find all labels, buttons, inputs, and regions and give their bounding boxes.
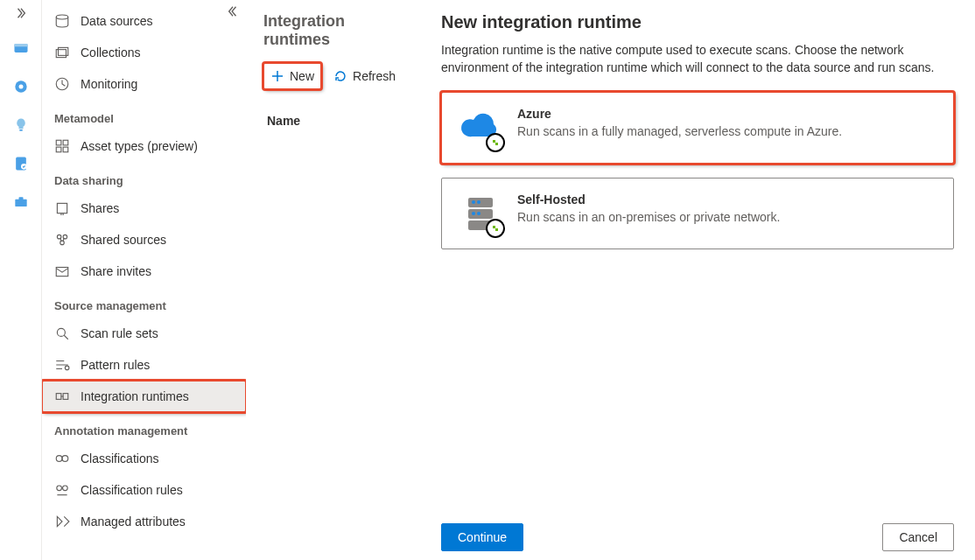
svg-point-22 bbox=[57, 328, 65, 336]
plus-icon bbox=[270, 69, 284, 83]
svg-point-34 bbox=[477, 200, 480, 204]
nav-asset-types[interactable]: Asset types (preview) bbox=[42, 130, 246, 162]
scan-rules-icon bbox=[54, 326, 70, 341]
server-icon bbox=[459, 192, 502, 234]
svg-point-20 bbox=[60, 241, 65, 245]
svg-rect-14 bbox=[63, 140, 68, 145]
option-azure[interactable]: Azure Run scans in a fully managed, serv… bbox=[441, 92, 954, 164]
nav-label: Collections bbox=[81, 46, 140, 60]
svg-point-28 bbox=[57, 486, 62, 491]
ribbon-insights[interactable] bbox=[7, 111, 35, 139]
svg-point-33 bbox=[472, 200, 475, 204]
cancel-button[interactable]: Cancel bbox=[882, 523, 954, 551]
classification-rules-icon bbox=[54, 482, 70, 498]
runtime-badge-icon bbox=[486, 219, 505, 238]
ribbon-data-catalog[interactable] bbox=[7, 73, 35, 101]
svg-point-27 bbox=[62, 456, 68, 462]
option-desc: Run scans in an on-premises or private n… bbox=[517, 210, 780, 224]
pattern-rules-icon bbox=[54, 357, 70, 373]
nav-data-sources[interactable]: Data sources bbox=[42, 5, 246, 37]
side-nav: Data sources Collections Monitoring Meta… bbox=[42, 0, 246, 560]
ribbon-management[interactable] bbox=[7, 188, 35, 216]
collapse-sidenav-icon[interactable] bbox=[227, 5, 239, 20]
svg-rect-17 bbox=[57, 203, 67, 213]
new-button[interactable]: New bbox=[263, 63, 321, 89]
refresh-button[interactable]: Refresh bbox=[326, 63, 403, 89]
nav-shares[interactable]: Shares bbox=[42, 192, 246, 224]
option-title: Self-Hosted bbox=[517, 192, 780, 206]
list-toolbar: New Refresh bbox=[263, 63, 403, 89]
svg-rect-1 bbox=[14, 44, 27, 46]
share-invites-icon bbox=[54, 263, 70, 279]
svg-point-3 bbox=[18, 85, 23, 89]
nav-shared-sources[interactable]: Shared sources bbox=[42, 224, 246, 256]
nav-group-sourcemgmt: Source management bbox=[42, 287, 246, 318]
page-title: New integration runtime bbox=[441, 12, 954, 32]
nav-label: Pattern rules bbox=[81, 358, 150, 372]
continue-button[interactable]: Continue bbox=[441, 523, 523, 551]
managed-attributes-icon bbox=[54, 514, 70, 529]
svg-point-36 bbox=[477, 212, 480, 215]
refresh-icon bbox=[333, 69, 347, 83]
expand-ribbon-icon[interactable] bbox=[15, 7, 27, 22]
detail-pane: New integration runtime Integration runt… bbox=[420, 0, 975, 560]
svg-rect-4 bbox=[19, 130, 22, 131]
svg-point-29 bbox=[63, 486, 68, 491]
nav-managed-attributes[interactable]: Managed attributes bbox=[42, 506, 246, 537]
runtime-badge-icon bbox=[486, 133, 505, 152]
classifications-icon bbox=[54, 451, 70, 466]
ribbon-data-map[interactable] bbox=[7, 34, 35, 62]
left-ribbon bbox=[0, 0, 42, 560]
svg-point-9 bbox=[56, 15, 68, 19]
nav-label: Asset types (preview) bbox=[81, 139, 198, 153]
integration-runtimes-icon bbox=[54, 388, 70, 404]
svg-rect-7 bbox=[15, 200, 26, 206]
cloud-icon bbox=[459, 107, 502, 149]
refresh-button-label: Refresh bbox=[353, 69, 396, 83]
nav-group-annotation: Annotation management bbox=[42, 412, 246, 443]
option-title: Azure bbox=[517, 107, 842, 121]
nav-label: Classifications bbox=[81, 452, 158, 466]
datasource-icon bbox=[54, 13, 70, 29]
svg-rect-25 bbox=[63, 394, 68, 400]
nav-classification-rules[interactable]: Classification rules bbox=[42, 474, 246, 506]
nav-share-invites[interactable]: Share invites bbox=[42, 256, 246, 287]
ribbon-policy[interactable] bbox=[7, 150, 35, 178]
nav-label: Scan rule sets bbox=[81, 326, 158, 340]
nav-group-metamodel: Metamodel bbox=[42, 100, 246, 130]
nav-integration-runtimes[interactable]: Integration runtimes bbox=[42, 381, 246, 412]
svg-rect-16 bbox=[63, 147, 68, 152]
svg-point-23 bbox=[65, 366, 69, 370]
nav-pattern-rules[interactable]: Pattern rules bbox=[42, 349, 246, 381]
nav-label: Shared sources bbox=[81, 233, 166, 247]
nav-label: Classification rules bbox=[81, 483, 183, 497]
list-title: Integration runtimes bbox=[263, 12, 403, 49]
shares-icon bbox=[54, 200, 70, 216]
nav-monitoring[interactable]: Monitoring bbox=[42, 68, 246, 100]
option-self-hosted[interactable]: Self-Hosted Run scans in an on-premises … bbox=[441, 178, 954, 249]
svg-rect-15 bbox=[56, 147, 61, 152]
dialog-footer: Continue Cancel bbox=[441, 518, 954, 551]
nav-label: Monitoring bbox=[81, 77, 137, 91]
nav-label: Data sources bbox=[81, 14, 152, 28]
new-button-label: New bbox=[290, 69, 314, 83]
svg-rect-8 bbox=[18, 197, 23, 200]
list-pane: Integration runtimes New Refresh Name bbox=[246, 0, 420, 560]
shared-sources-icon bbox=[54, 232, 70, 248]
nav-label: Shares bbox=[81, 201, 119, 215]
svg-rect-24 bbox=[56, 394, 61, 400]
monitoring-icon bbox=[54, 76, 70, 92]
nav-scan-rule-sets[interactable]: Scan rule sets bbox=[42, 318, 246, 349]
nav-group-datasharing: Data sharing bbox=[42, 162, 246, 192]
nav-collections[interactable]: Collections bbox=[42, 37, 246, 68]
page-description: Integration runtime is the native comput… bbox=[441, 41, 954, 76]
nav-label: Managed attributes bbox=[81, 514, 186, 528]
nav-label: Integration runtimes bbox=[81, 389, 189, 403]
collections-icon bbox=[54, 45, 70, 60]
column-header-name[interactable]: Name bbox=[263, 108, 403, 133]
nav-classifications[interactable]: Classifications bbox=[42, 443, 246, 474]
svg-point-26 bbox=[56, 456, 62, 462]
option-desc: Run scans in a fully managed, serverless… bbox=[517, 124, 842, 138]
asset-types-icon bbox=[54, 138, 70, 154]
svg-rect-13 bbox=[56, 140, 61, 145]
